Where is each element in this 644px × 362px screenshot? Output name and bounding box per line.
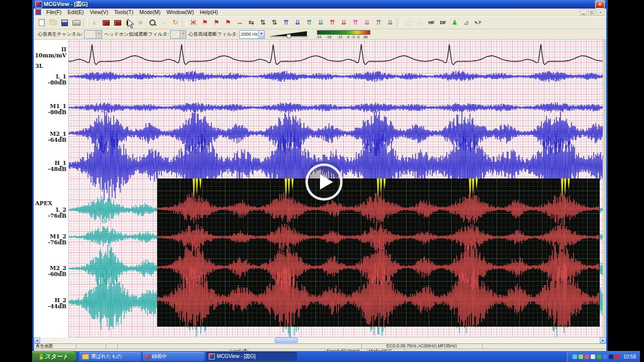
menu-item-2[interactable]: View(V) [87, 9, 111, 15]
mdi-child-icon [35, 9, 41, 15]
bell-tool-icon: △ [403, 18, 414, 28]
subject-icon[interactable]: ♟ [449, 18, 460, 28]
window-titlebar[interactable]: MCGView - [図G] × [34, 0, 606, 9]
windows-logo-icon [36, 353, 43, 359]
meter-tick-6: dB [363, 35, 368, 39]
meter-tick-4: -3 [351, 35, 355, 39]
gain-up-teal-icon-glyph: ⇈ [306, 18, 312, 28]
folder-icon [82, 354, 89, 359]
record-a-icon[interactable] [100, 18, 112, 28]
shift-down-icon[interactable]: ⇊ [384, 18, 396, 28]
playback-channel-label: 心音再生チャンネル: [38, 31, 83, 38]
pointer-tool-icon[interactable]: ⊿ [460, 18, 472, 28]
prev-marker-icon: ▲ [89, 18, 100, 28]
stop-icon: ■ [135, 18, 146, 28]
video-inset-panel [157, 178, 600, 327]
main-toolbar: ▲▶■←↻Ж⚑⚑⚑↔⇆⇅⇅⇈⇊⇈⇊⇈⇊⇈⇊⇈⇊△◇HFDF♟⊿↖? [34, 16, 606, 29]
subject-icon-glyph: ♟ [452, 18, 458, 28]
zoom-tool-icon[interactable] [146, 18, 158, 28]
flag-1-icon[interactable]: ⚑ [199, 18, 211, 28]
tray-icon-5[interactable] [597, 354, 601, 359]
shift-up-icon[interactable]: ⇈ [373, 18, 384, 28]
dropdown-arrow-icon: ▼ [180, 31, 186, 38]
lowcut-filter-label: ヘッドホン低域遮断フィルタ: [104, 31, 169, 38]
mdi-minimize-button[interactable]: ▁ [580, 9, 587, 16]
refresh-icon[interactable]: ↻ [170, 18, 181, 28]
amp-expand-icon[interactable]: ⇅ [257, 18, 269, 28]
channel-level-6: -76dB [34, 240, 68, 246]
flag-3-icon[interactable]: ⚑ [222, 18, 234, 28]
flag-2-icon[interactable]: ⚑ [211, 18, 222, 28]
video-play-button[interactable] [305, 163, 343, 201]
gain-down-teal-icon-glyph: ⇊ [318, 18, 324, 28]
time-expand-icon[interactable]: ↔ [234, 18, 246, 28]
menu-item-3[interactable]: Tools(T) [111, 9, 136, 15]
record-icon [145, 354, 150, 359]
record-b-icon[interactable] [112, 18, 123, 28]
scroll-left-button[interactable]: ◄ [34, 337, 40, 343]
print-icon-shape [72, 20, 80, 26]
channel-group-label: APEX [34, 201, 68, 207]
record-a-icon-shape [103, 20, 110, 26]
volume-thumb[interactable] [287, 34, 291, 38]
print-icon[interactable] [70, 18, 82, 28]
hf-filter-button[interactable]: HF [426, 18, 437, 28]
gain-up-magenta-icon[interactable]: ⇈ [350, 18, 361, 28]
menu-item-6[interactable]: Help(H) [197, 9, 221, 15]
gain-up-blue-icon[interactable]: ⇈ [280, 18, 292, 28]
tray-icon-8[interactable] [615, 354, 619, 359]
toolbar-separator [397, 18, 401, 27]
meter-tick-0: -24 [316, 35, 321, 39]
horizontal-scrollbar[interactable]: ◄ ► [34, 337, 606, 343]
scroll-right-button[interactable]: ► [600, 337, 606, 343]
mdi-restore-button[interactable]: ◱ [588, 9, 596, 16]
gain-down-magenta-icon-glyph: ⇊ [364, 18, 370, 28]
highcut-filter-label: 心音高域遮断フィルタ: [188, 31, 238, 38]
gain-down-red-icon[interactable]: ⇊ [338, 18, 350, 28]
volume-slider[interactable] [270, 30, 309, 38]
menu-item-5[interactable]: Window(W) [164, 9, 197, 15]
menu-items: File(F)Edit(E)View(V)Tools(T)Mode(M)Wind… [43, 9, 221, 15]
mdi-close-button[interactable]: × [597, 9, 604, 16]
scrollbar-thumb[interactable] [275, 337, 298, 343]
task-label: MCGView - [図G] [217, 353, 256, 360]
gain-up-teal-icon[interactable]: ⇈ [303, 18, 315, 28]
start-button[interactable]: スタート [32, 351, 76, 362]
gain-up-red-icon-glyph: ⇈ [330, 18, 335, 28]
save-icon[interactable] [59, 18, 70, 28]
taskbar: スタート 選ばれたもの録画中MCGView - [図G] 10:58 [32, 351, 640, 362]
channel-level-7: -60dB [34, 272, 68, 278]
chart-right-margin [603, 40, 606, 337]
tray-icon-7[interactable] [609, 354, 613, 359]
new-file-icon[interactable] [36, 18, 47, 28]
context-help-button[interactable]: ↖? [472, 18, 484, 28]
amp-expand-icon-glyph: ⇅ [260, 18, 266, 28]
gain-down-magenta-icon[interactable]: ⇊ [361, 18, 373, 28]
tray-icon-6[interactable] [603, 354, 607, 359]
menu-item-1[interactable]: Edit(E) [64, 9, 87, 15]
highcut-filter-select[interactable]: 2000 Hz ▼ [239, 30, 265, 39]
task-button-0[interactable]: 選ばれたもの [79, 352, 141, 361]
meter-tick-3: -6 [346, 35, 350, 39]
close-button[interactable]: × [595, 1, 605, 9]
gain-down-blue-icon[interactable]: ⇊ [292, 18, 303, 28]
context-help-button-glyph: ↖? [474, 18, 481, 28]
time-shrink-icon[interactable]: ⇆ [246, 18, 257, 28]
tray-icon-4[interactable] [591, 354, 595, 359]
event-mark-icon[interactable]: Ж [188, 18, 199, 28]
tray-icon-1[interactable] [573, 354, 577, 359]
mcgview-icon [209, 353, 215, 359]
df-filter-button[interactable]: DF [437, 18, 449, 28]
task-button-2[interactable]: MCGView - [図G] [206, 352, 297, 361]
shift-up-icon-glyph: ⇈ [376, 18, 381, 28]
gain-up-red-icon[interactable]: ⇈ [327, 18, 338, 28]
menu-item-4[interactable]: Mode(M) [136, 9, 164, 15]
gain-down-teal-icon[interactable]: ⇊ [315, 18, 327, 28]
tray-icon-3[interactable] [585, 354, 589, 359]
filter-tool-icon: ◇ [414, 18, 426, 28]
menu-item-0[interactable]: File(F) [43, 9, 64, 15]
tray-icon-2[interactable] [579, 354, 583, 359]
amp-shrink-icon[interactable]: ⇅ [269, 18, 280, 28]
task-button-1[interactable]: 録画中 [143, 352, 204, 361]
scrollbar-track[interactable] [40, 337, 600, 343]
